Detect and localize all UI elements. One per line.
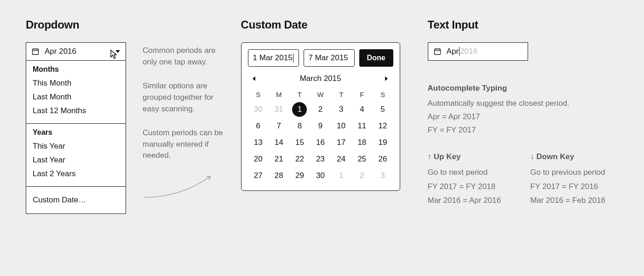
calendar-day[interactable]: 17 [331, 134, 351, 151]
calendar-day[interactable]: 6 [248, 118, 269, 134]
calendar-icon [32, 48, 39, 55]
menu-group-years: Years This Year Last Year Last 2 Years [26, 123, 126, 186]
down-key-heading: ↓ Down Key [530, 150, 605, 164]
menu-item-last-12-months[interactable]: Last 12 Months [33, 104, 119, 118]
down-key-info: ↓ Down Key Go to previous period FY 2017… [530, 150, 605, 208]
up-key-example: Mar 2016 = Apr 2016 [428, 194, 501, 208]
calendar-dow: W [310, 88, 331, 101]
arrow-icon [143, 172, 224, 203]
date-from-input[interactable]: 1 Mar 2015 [248, 49, 299, 67]
text-caret [459, 47, 460, 56]
calendar-day[interactable]: 3 [331, 101, 351, 118]
calendar-day[interactable]: 15 [289, 134, 310, 151]
period-text-input[interactable]: Apr2016 [428, 42, 528, 61]
calendar-dow: S [372, 88, 393, 101]
calendar-day[interactable]: 16 [310, 134, 331, 151]
up-key-desc: Go to next period [428, 166, 501, 180]
calendar-day[interactable]: 14 [269, 134, 289, 151]
svg-rect-0 [33, 49, 39, 55]
calendar-day[interactable]: 23 [310, 151, 331, 167]
down-key-example: FY 2017 = FY 2016 [530, 180, 605, 194]
text-input-heading: Text Input [428, 18, 618, 31]
calendar-day[interactable]: 26 [372, 151, 393, 167]
calendar-month-label: March 2015 [300, 74, 341, 83]
calendar-day[interactable]: 7 [269, 118, 289, 134]
calendar-dow: T [289, 88, 310, 101]
menu-item-custom-date[interactable]: Custom Date… [33, 193, 119, 207]
dropdown-notes: Common periods are only one tap away. Si… [143, 18, 224, 214]
menu-item-last-month[interactable]: Last Month [33, 90, 119, 104]
calendar-day[interactable]: 1 [289, 101, 310, 118]
calendar-dow: F [351, 88, 372, 101]
calendar-day[interactable]: 13 [248, 134, 269, 151]
up-key-heading: ↑ Up Key [428, 150, 501, 164]
calendar-day[interactable]: 9 [310, 118, 331, 134]
autocomplete-heading: Autocomplete Typing [428, 82, 618, 95]
autocomplete-desc: Automatically suggest the closest period… [428, 97, 618, 110]
calendar-dow: S [248, 88, 269, 101]
calendar-day[interactable]: 24 [331, 151, 351, 167]
menu-group-custom: Custom Date… [26, 186, 126, 213]
calendar-day[interactable]: 29 [289, 167, 310, 184]
calendar-day[interactable]: 1 [331, 167, 351, 184]
calendar-day[interactable]: 3 [372, 167, 393, 184]
calendar-day[interactable]: 28 [269, 167, 289, 184]
period-dropdown-menu: Months This Month Last Month Last 12 Mon… [26, 61, 126, 214]
svg-rect-4 [434, 49, 440, 55]
date-range-picker: 1 Mar 2015 7 Mar 2015 Done March 2015 SM… [241, 42, 400, 191]
calendar-dow: T [331, 88, 351, 101]
calendar-day[interactable]: 11 [351, 118, 372, 134]
calendar-day[interactable]: 25 [351, 151, 372, 167]
dropdown-heading: Dropdown [26, 18, 126, 31]
menu-item-this-month[interactable]: This Month [33, 76, 119, 90]
calendar-grid: SMTWTFS303112345678910111213141516171819… [248, 88, 393, 184]
date-to-input[interactable]: 7 Mar 2015 [304, 49, 355, 67]
down-key-example: Mar 2016 = Feb 2016 [530, 194, 605, 208]
calendar-day[interactable]: 30 [310, 167, 331, 184]
calendar-day[interactable]: 8 [289, 118, 310, 134]
autocomplete-example: FY = FY 2017 [428, 124, 618, 137]
menu-header: Months [33, 65, 119, 74]
calendar-day[interactable]: 12 [372, 118, 393, 134]
menu-item-last-2-years[interactable]: Last 2 Years [33, 167, 119, 181]
mouse-cursor-icon [110, 49, 117, 58]
calendar-day[interactable]: 20 [248, 151, 269, 167]
menu-group-months: Months This Month Last Month Last 12 Mon… [26, 61, 126, 123]
period-dropdown-trigger[interactable]: Apr 2016 [26, 42, 126, 61]
autocomplete-suggestion: 2016 [460, 47, 477, 56]
typed-text: Apr [447, 47, 459, 56]
menu-header: Years [33, 128, 119, 137]
calendar-icon [434, 48, 441, 55]
calendar-day[interactable]: 30 [248, 101, 269, 118]
calendar-day[interactable]: 18 [351, 134, 372, 151]
custom-date-heading: Custom Date [241, 18, 400, 31]
calendar-day[interactable]: 27 [248, 167, 269, 184]
calendar-day[interactable]: 2 [351, 167, 372, 184]
down-key-desc: Go to previous period [530, 166, 605, 180]
calendar-day[interactable]: 19 [372, 134, 393, 151]
note-custom-periods: Custom periods can be manually entered i… [143, 127, 224, 161]
autocomplete-example: Apr = Apr 2017 [428, 110, 618, 124]
note-grouped-options: Similar options are grouped together for… [143, 80, 224, 115]
calendar-day[interactable]: 31 [269, 101, 289, 118]
calendar-day[interactable]: 5 [372, 101, 393, 118]
up-key-info: ↑ Up Key Go to next period FY 2017 = FY … [428, 150, 501, 208]
calendar-day[interactable]: 21 [269, 151, 289, 167]
menu-item-last-year[interactable]: Last Year [33, 153, 119, 167]
calendar-day[interactable]: 2 [310, 101, 331, 118]
period-dropdown-value: Apr 2016 [45, 47, 76, 56]
calendar-dow: M [269, 88, 289, 101]
done-button[interactable]: Done [359, 49, 393, 67]
prev-month-button[interactable] [252, 76, 257, 81]
up-key-example: FY 2017 = FY 2018 [428, 180, 501, 194]
calendar-day[interactable]: 10 [331, 118, 351, 134]
note-common-periods: Common periods are only one tap away. [143, 45, 224, 68]
menu-item-this-year[interactable]: This Year [33, 139, 119, 153]
calendar-day[interactable]: 22 [289, 151, 310, 167]
calendar-day[interactable]: 4 [351, 101, 372, 118]
next-month-button[interactable] [384, 76, 390, 81]
